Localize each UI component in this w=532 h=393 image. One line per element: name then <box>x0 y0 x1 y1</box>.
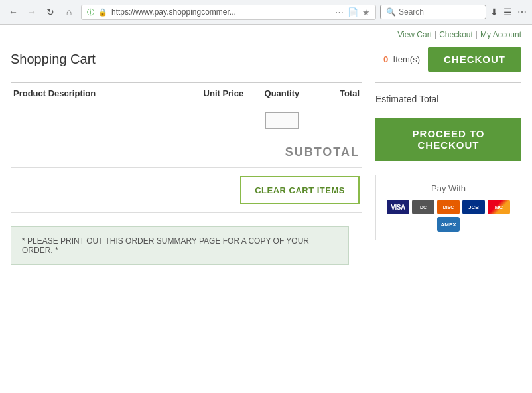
item-count: 0 Item(s) <box>383 54 420 64</box>
diners-club-icon: DC <box>412 200 434 214</box>
main-content: Product Description Unit Price Quantity … <box>0 82 532 265</box>
table-row: 0 <box>11 104 362 137</box>
action-row: CLEAR CART ITEMS <box>11 168 362 213</box>
page-wrapper: View Cart | Checkout | My Account Shoppi… <box>0 25 532 265</box>
cart-section: Product Description Unit Price Quantity … <box>11 82 362 265</box>
subtotal-label: SUBTOTAL <box>11 137 362 168</box>
visa-icon: VISA <box>387 200 409 214</box>
search-icon: 🔍 <box>386 7 396 17</box>
total-cell <box>318 104 362 137</box>
reader-icon: 📄 <box>348 7 358 17</box>
info-icon: ⓘ <box>87 7 94 17</box>
nav-buttons: ← → ↻ ⌂ <box>5 4 77 20</box>
subtotal-row: SUBTOTAL <box>11 137 362 168</box>
separator2: | <box>476 30 478 39</box>
payment-icons: VISA DC DISC JCB MC AMEX <box>384 200 513 232</box>
bookmark-icon: ★ <box>362 7 370 17</box>
sidebar: Estimated Total PROCEED TO CHECKOUT Pay … <box>362 82 521 265</box>
checkout-button[interactable]: CHECKOUT <box>428 47 521 72</box>
sidebar-divider <box>375 82 521 83</box>
more-icon: ⋯ <box>335 7 344 17</box>
product-description-cell <box>11 104 166 137</box>
checkout-link[interactable]: Checkout <box>439 30 473 39</box>
cart-table: Product Description Unit Price Quantity … <box>11 82 362 213</box>
address-bar[interactable]: ⓘ 🔒 https://www.pay.shoppingcommer... ⋯ … <box>81 5 376 20</box>
separator1: | <box>434 30 436 39</box>
page-title: Shopping Cart <box>11 52 96 67</box>
download-icon: ⬇ <box>490 7 498 17</box>
estimated-total-label: Estimated Total <box>375 94 521 104</box>
discover-icon: DISC <box>437 200 460 214</box>
pay-with-section: Pay With VISA DC DISC JCB MC AMEX <box>375 175 521 240</box>
proceed-checkout-button[interactable]: PROCEED TO CHECKOUT <box>375 118 521 161</box>
col-unit-price: Unit Price <box>166 83 246 104</box>
search-bar[interactable]: 🔍 <box>380 5 486 19</box>
amex-icon: AMEX <box>437 217 460 232</box>
header-section: Shopping Cart 0 Item(s) CHECKOUT <box>0 42 532 82</box>
lock-icon: 🔒 <box>98 8 107 17</box>
my-account-link[interactable]: My Account <box>480 30 521 39</box>
top-nav: View Cart | Checkout | My Account <box>0 25 532 42</box>
header-right: 0 Item(s) CHECKOUT <box>383 47 521 72</box>
items-label: Item(s) <box>393 54 420 64</box>
col-total: Total <box>318 83 362 104</box>
unit-price-cell <box>166 104 246 137</box>
library-icon: ☰ <box>503 7 512 17</box>
browser-toolbar: ⬇ ☰ ⋯ <box>490 7 527 17</box>
table-header-row: Product Description Unit Price Quantity … <box>11 83 362 104</box>
back-button[interactable]: ← <box>5 4 21 20</box>
pay-with-label: Pay With <box>384 183 513 193</box>
more-tools-icon: ⋯ <box>517 7 527 17</box>
search-input[interactable] <box>399 7 498 17</box>
col-description: Product Description <box>11 83 166 104</box>
forward-button[interactable]: → <box>24 4 40 20</box>
address-bar-icons: ⋯ 📄 ★ <box>335 7 370 17</box>
count-number: 0 <box>383 54 388 64</box>
col-quantity: Quantity <box>246 83 317 104</box>
mastercard-icon: MC <box>488 200 510 214</box>
browser-chrome: ← → ↻ ⌂ ⓘ 🔒 https://www.pay.shoppingcomm… <box>0 0 532 25</box>
jcb-icon: JCB <box>462 200 485 214</box>
order-note: * PLEASE PRINT OUT THIS ORDER SUMMARY PA… <box>11 226 349 265</box>
quantity-input[interactable]: 0 <box>265 112 299 129</box>
quantity-cell: 0 <box>246 104 317 137</box>
refresh-button[interactable]: ↻ <box>42 4 58 20</box>
home-button[interactable]: ⌂ <box>61 4 77 20</box>
action-cell: CLEAR CART ITEMS <box>11 168 362 213</box>
url-text: https://www.pay.shoppingcommer... <box>111 7 331 17</box>
clear-cart-button[interactable]: CLEAR CART ITEMS <box>240 176 360 204</box>
view-cart-link[interactable]: View Cart <box>397 30 432 39</box>
